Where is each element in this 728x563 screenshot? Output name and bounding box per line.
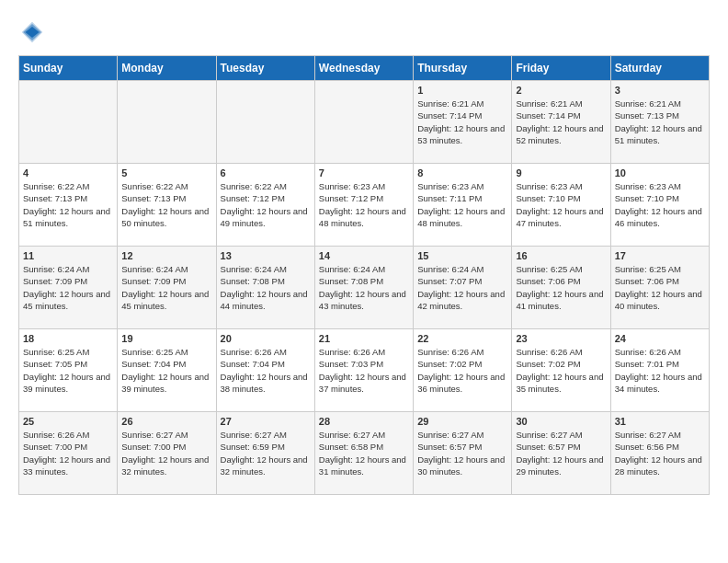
column-header-saturday: Saturday [610, 56, 709, 81]
day-number: 1 [417, 85, 507, 96]
calendar-cell: 19Sunrise: 6:25 AM Sunset: 7:04 PM Dayli… [118, 329, 216, 412]
calendar-cell: 28Sunrise: 6:27 AM Sunset: 6:58 PM Dayli… [314, 412, 413, 495]
column-header-sunday: Sunday [19, 56, 118, 81]
day-number: 5 [121, 167, 211, 178]
calendar-cell [314, 81, 413, 164]
day-number: 30 [516, 416, 606, 427]
column-header-thursday: Thursday [414, 56, 512, 81]
day-info: Sunrise: 6:25 AM Sunset: 7:05 PM Dayligh… [23, 346, 113, 395]
calendar-cell: 21Sunrise: 6:26 AM Sunset: 7:03 PM Dayli… [314, 329, 413, 412]
calendar-cell: 1Sunrise: 6:21 AM Sunset: 7:14 PM Daylig… [414, 81, 512, 164]
calendar-cell [216, 81, 314, 164]
day-info: Sunrise: 6:27 AM Sunset: 6:57 PM Dayligh… [417, 429, 507, 477]
calendar-cell: 2Sunrise: 6:21 AM Sunset: 7:14 PM Daylig… [512, 81, 610, 164]
day-number: 17 [615, 250, 705, 261]
day-info: Sunrise: 6:27 AM Sunset: 6:56 PM Dayligh… [615, 429, 705, 477]
column-header-friday: Friday [512, 56, 610, 81]
day-info: Sunrise: 6:26 AM Sunset: 7:04 PM Dayligh… [221, 346, 311, 395]
day-info: Sunrise: 6:23 AM Sunset: 7:10 PM Dayligh… [516, 180, 606, 229]
day-info: Sunrise: 6:22 AM Sunset: 7:13 PM Dayligh… [23, 180, 113, 229]
page-header [18, 18, 710, 46]
calendar-cell: 17Sunrise: 6:25 AM Sunset: 7:06 PM Dayli… [610, 247, 709, 329]
column-header-monday: Monday [118, 56, 216, 81]
day-number: 10 [615, 167, 705, 178]
day-number: 9 [516, 167, 606, 178]
calendar-cell: 12Sunrise: 6:24 AM Sunset: 7:09 PM Dayli… [118, 247, 216, 329]
calendar-cell: 30Sunrise: 6:27 AM Sunset: 6:57 PM Dayli… [512, 412, 610, 495]
calendar-cell: 11Sunrise: 6:24 AM Sunset: 7:09 PM Dayli… [19, 247, 118, 329]
day-info: Sunrise: 6:24 AM Sunset: 7:09 PM Dayligh… [121, 263, 211, 312]
day-info: Sunrise: 6:27 AM Sunset: 6:58 PM Dayligh… [319, 429, 409, 477]
day-info: Sunrise: 6:21 AM Sunset: 7:14 PM Dayligh… [417, 98, 507, 146]
day-number: 11 [23, 250, 113, 261]
day-number: 8 [417, 167, 507, 178]
calendar-cell: 22Sunrise: 6:26 AM Sunset: 7:02 PM Dayli… [414, 329, 512, 412]
day-info: Sunrise: 6:22 AM Sunset: 7:13 PM Dayligh… [121, 180, 211, 229]
calendar-week-1: 1Sunrise: 6:21 AM Sunset: 7:14 PM Daylig… [19, 81, 710, 164]
day-number: 20 [221, 333, 311, 344]
calendar-cell: 7Sunrise: 6:23 AM Sunset: 7:12 PM Daylig… [314, 164, 413, 247]
day-info: Sunrise: 6:21 AM Sunset: 7:14 PM Dayligh… [516, 98, 606, 146]
calendar-cell: 3Sunrise: 6:21 AM Sunset: 7:13 PM Daylig… [610, 81, 709, 164]
calendar-cell: 29Sunrise: 6:27 AM Sunset: 6:57 PM Dayli… [414, 412, 512, 495]
day-number: 15 [417, 250, 507, 261]
logo [18, 18, 51, 46]
day-number: 16 [516, 250, 606, 261]
calendar-cell: 16Sunrise: 6:25 AM Sunset: 7:06 PM Dayli… [512, 247, 610, 329]
calendar-cell: 4Sunrise: 6:22 AM Sunset: 7:13 PM Daylig… [19, 164, 118, 247]
calendar-cell: 18Sunrise: 6:25 AM Sunset: 7:05 PM Dayli… [19, 329, 118, 412]
day-number: 18 [23, 333, 113, 344]
calendar-cell: 8Sunrise: 6:23 AM Sunset: 7:11 PM Daylig… [414, 164, 512, 247]
calendar-cell: 6Sunrise: 6:22 AM Sunset: 7:12 PM Daylig… [216, 164, 314, 247]
calendar-week-4: 18Sunrise: 6:25 AM Sunset: 7:05 PM Dayli… [19, 329, 710, 412]
calendar-week-2: 4Sunrise: 6:22 AM Sunset: 7:13 PM Daylig… [19, 164, 710, 247]
day-number: 2 [516, 85, 606, 96]
day-info: Sunrise: 6:21 AM Sunset: 7:13 PM Dayligh… [615, 98, 705, 146]
day-number: 4 [23, 167, 113, 178]
day-info: Sunrise: 6:24 AM Sunset: 7:07 PM Dayligh… [417, 263, 507, 312]
day-info: Sunrise: 6:26 AM Sunset: 7:02 PM Dayligh… [417, 346, 507, 395]
day-number: 3 [615, 85, 705, 96]
day-info: Sunrise: 6:27 AM Sunset: 6:57 PM Dayligh… [516, 429, 606, 477]
day-info: Sunrise: 6:27 AM Sunset: 7:00 PM Dayligh… [121, 429, 211, 477]
day-number: 21 [319, 333, 409, 344]
day-number: 23 [516, 333, 606, 344]
day-number: 19 [121, 333, 211, 344]
calendar-cell: 25Sunrise: 6:26 AM Sunset: 7:00 PM Dayli… [19, 412, 118, 495]
calendar-cell: 27Sunrise: 6:27 AM Sunset: 6:59 PM Dayli… [216, 412, 314, 495]
calendar-cell: 15Sunrise: 6:24 AM Sunset: 7:07 PM Dayli… [414, 247, 512, 329]
day-number: 28 [319, 416, 409, 427]
day-number: 29 [417, 416, 507, 427]
day-info: Sunrise: 6:23 AM Sunset: 7:11 PM Dayligh… [417, 180, 507, 229]
day-info: Sunrise: 6:25 AM Sunset: 7:06 PM Dayligh… [516, 263, 606, 312]
calendar-week-3: 11Sunrise: 6:24 AM Sunset: 7:09 PM Dayli… [19, 247, 710, 329]
day-number: 25 [23, 416, 113, 427]
day-number: 12 [121, 250, 211, 261]
calendar-cell: 31Sunrise: 6:27 AM Sunset: 6:56 PM Dayli… [610, 412, 709, 495]
day-info: Sunrise: 6:26 AM Sunset: 7:03 PM Dayligh… [319, 346, 409, 395]
calendar-cell: 13Sunrise: 6:24 AM Sunset: 7:08 PM Dayli… [216, 247, 314, 329]
day-info: Sunrise: 6:25 AM Sunset: 7:04 PM Dayligh… [121, 346, 211, 395]
calendar-week-5: 25Sunrise: 6:26 AM Sunset: 7:00 PM Dayli… [19, 412, 710, 495]
day-info: Sunrise: 6:25 AM Sunset: 7:06 PM Dayligh… [615, 263, 705, 312]
day-info: Sunrise: 6:26 AM Sunset: 7:02 PM Dayligh… [516, 346, 606, 395]
day-info: Sunrise: 6:24 AM Sunset: 7:09 PM Dayligh… [23, 263, 113, 312]
calendar-cell: 20Sunrise: 6:26 AM Sunset: 7:04 PM Dayli… [216, 329, 314, 412]
day-number: 26 [121, 416, 211, 427]
calendar-cell: 23Sunrise: 6:26 AM Sunset: 7:02 PM Dayli… [512, 329, 610, 412]
calendar-cell [19, 81, 118, 164]
day-info: Sunrise: 6:23 AM Sunset: 7:12 PM Dayligh… [319, 180, 409, 229]
day-number: 6 [221, 167, 311, 178]
column-header-wednesday: Wednesday [314, 56, 413, 81]
day-info: Sunrise: 6:26 AM Sunset: 7:00 PM Dayligh… [23, 429, 113, 477]
day-number: 27 [221, 416, 311, 427]
day-number: 24 [615, 333, 705, 344]
day-info: Sunrise: 6:22 AM Sunset: 7:12 PM Dayligh… [221, 180, 311, 229]
day-number: 13 [221, 250, 311, 261]
day-number: 14 [319, 250, 409, 261]
calendar-cell: 10Sunrise: 6:23 AM Sunset: 7:10 PM Dayli… [610, 164, 709, 247]
day-info: Sunrise: 6:24 AM Sunset: 7:08 PM Dayligh… [319, 263, 409, 312]
calendar-table: SundayMondayTuesdayWednesdayThursdayFrid… [18, 55, 710, 495]
day-info: Sunrise: 6:23 AM Sunset: 7:10 PM Dayligh… [615, 180, 705, 229]
day-info: Sunrise: 6:24 AM Sunset: 7:08 PM Dayligh… [221, 263, 311, 312]
